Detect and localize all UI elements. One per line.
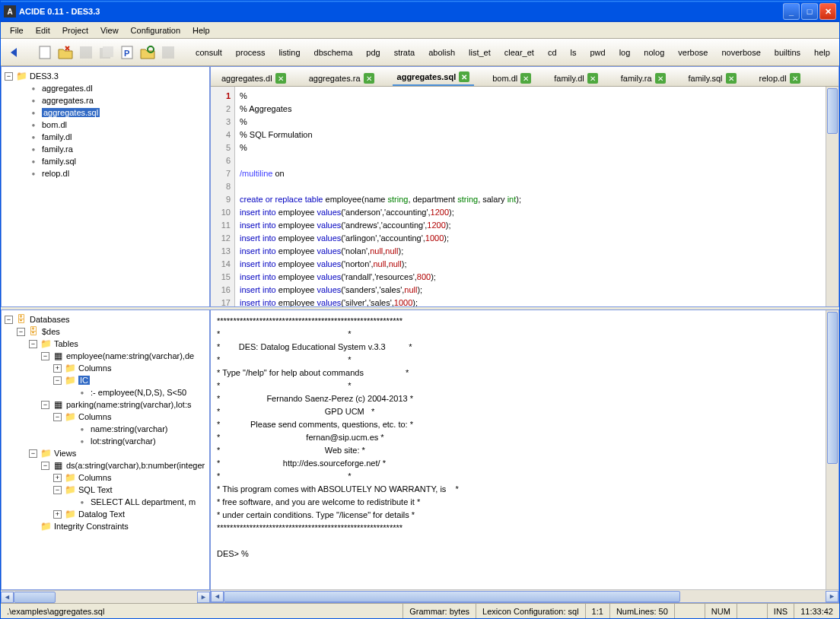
tb-cd[interactable]: cd — [543, 45, 562, 60]
project-file[interactable]: ●aggregates.dl — [3, 82, 208, 94]
scroll-left-icon[interactable]: ◄ — [211, 591, 224, 602]
tab-close-icon[interactable]: ✕ — [459, 71, 469, 82]
collapse-icon[interactable]: − — [29, 449, 37, 458]
tab-close-icon[interactable]: ✕ — [587, 73, 598, 84]
collapse-icon[interactable]: − — [53, 376, 62, 385]
refresh-button[interactable] — [139, 42, 156, 63]
tb-list-et[interactable]: list_et — [464, 45, 495, 60]
tb-nolog[interactable]: nolog — [639, 45, 669, 60]
expand-icon[interactable]: + — [53, 474, 62, 482]
tb-verbose[interactable]: verbose — [673, 45, 712, 60]
project-file[interactable]: ●family.ra — [3, 143, 208, 155]
back-button[interactable] — [5, 42, 22, 63]
db-table-employee[interactable]: −▦employee(name:string(varchar),de — [3, 350, 208, 362]
tb-help[interactable]: help — [810, 45, 835, 60]
console-output[interactable]: ****************************************… — [211, 310, 826, 589]
maximize-button[interactable]: □ — [801, 3, 818, 20]
menu-file[interactable]: File — [4, 24, 30, 37]
db-ic[interactable]: −📁IC — [3, 374, 208, 386]
db-tree-scrollbar-h[interactable]: ◄ ► — [1, 590, 210, 603]
tb-ls[interactable]: ls — [566, 45, 581, 60]
save-button[interactable] — [78, 42, 94, 63]
db-columns-employee[interactable]: +📁Columns — [3, 362, 208, 374]
tb-pwd[interactable]: pwd — [585, 45, 609, 60]
collapse-icon[interactable]: − — [29, 340, 37, 348]
console-scrollbar-v[interactable] — [826, 310, 838, 589]
open-file-button[interactable] — [57, 42, 74, 63]
db-view-columns[interactable]: +📁Columns — [3, 471, 208, 484]
menu-help[interactable]: Help — [186, 24, 216, 37]
db-des[interactable]: −🗄$des — [3, 325, 208, 338]
grey-button[interactable] — [161, 42, 176, 63]
editor-scrollbar-v[interactable] — [826, 87, 838, 306]
project-file[interactable]: ●aggregates.ra — [3, 94, 208, 106]
db-dltext[interactable]: +📁Datalog Text — [3, 508, 208, 520]
editor-tab[interactable]: relop.dl✕ — [755, 71, 805, 86]
db-tables[interactable]: −📁Tables — [3, 338, 208, 350]
scroll-right-icon[interactable]: ► — [197, 592, 210, 603]
tb-process[interactable]: process — [231, 45, 270, 60]
db-views[interactable]: −📁Views — [3, 447, 208, 459]
db-col-name[interactable]: ●name:string(varchar) — [3, 423, 208, 435]
db-columns-parking[interactable]: −📁Columns — [3, 411, 208, 423]
editor-tab[interactable]: aggregates.dl✕ — [217, 71, 291, 86]
db-table-parking[interactable]: −▦parking(name:string(varchar),lot:s — [3, 398, 208, 411]
project-file[interactable]: ●family.dl — [3, 131, 208, 143]
menu-edit[interactable]: Edit — [30, 24, 56, 37]
collapse-icon[interactable]: − — [41, 462, 49, 470]
editor-tab[interactable]: family.sql✕ — [684, 71, 741, 86]
editor-tab[interactable]: aggregates.ra✕ — [304, 71, 379, 86]
scroll-left-icon[interactable]: ◄ — [1, 592, 14, 603]
tab-close-icon[interactable]: ✕ — [275, 73, 286, 84]
menu-project[interactable]: Project — [56, 24, 94, 37]
menu-configuration[interactable]: Configuration — [125, 24, 186, 37]
db-root[interactable]: −🗄Databases — [3, 313, 208, 325]
editor-tab[interactable]: bom.dl✕ — [488, 71, 536, 86]
tb-abolish[interactable]: abolish — [424, 45, 460, 60]
project-file[interactable]: ●relop.dl — [3, 167, 208, 179]
console-scrollbar-h[interactable]: ◄ ► — [211, 589, 838, 602]
collapse-icon[interactable]: − — [53, 413, 62, 421]
tb-noverbose[interactable]: noverbose — [717, 45, 765, 60]
minimize-button[interactable]: _ — [783, 3, 800, 20]
save-all-button[interactable] — [98, 42, 115, 63]
collapse-icon[interactable]: − — [17, 328, 25, 336]
collapse-icon[interactable]: − — [5, 72, 13, 81]
db-sqltext[interactable]: −📁SQL Text — [3, 484, 208, 496]
editor-tab[interactable]: family.ra✕ — [616, 71, 670, 86]
tb-log[interactable]: log — [615, 45, 635, 60]
scroll-right-icon[interactable]: ► — [826, 591, 838, 602]
code-area[interactable]: %% Aggregates%% SQL Formulation% /multil… — [235, 87, 826, 306]
project-file[interactable]: ●family.sql — [3, 155, 208, 167]
tab-close-icon[interactable]: ✕ — [790, 73, 800, 84]
project-file[interactable]: ●bom.dl — [3, 119, 208, 131]
editor-tab[interactable]: family.dl✕ — [549, 71, 603, 86]
collapse-icon[interactable]: − — [53, 486, 62, 494]
tb-strata[interactable]: strata — [390, 45, 420, 60]
tab-close-icon[interactable]: ✕ — [364, 73, 374, 84]
editor-tab[interactable]: aggregates.sql✕ — [393, 69, 475, 86]
tb-pdg[interactable]: pdg — [361, 45, 384, 60]
tab-close-icon[interactable]: ✕ — [520, 73, 531, 84]
menu-view[interactable]: View — [94, 24, 125, 37]
db-col-lot[interactable]: ●lot:string(varchar) — [3, 435, 208, 447]
project-root[interactable]: − 📁 DES3.3 — [3, 70, 208, 82]
tab-close-icon[interactable]: ✕ — [655, 73, 666, 84]
new-file-button[interactable] — [37, 42, 52, 63]
db-view-ds[interactable]: −▦ds(a:string(varchar),b:number(integer — [3, 459, 208, 471]
tb-clear-et[interactable]: clear_et — [500, 45, 539, 60]
tb-listing[interactable]: listing — [274, 45, 304, 60]
collapse-icon[interactable]: − — [5, 316, 13, 324]
db-ic-rule[interactable]: ●:- employee(N,D,S), S<50 — [3, 386, 208, 398]
db-integrity[interactable]: 📁Integrity Constraints — [3, 520, 208, 532]
collapse-icon[interactable]: − — [41, 352, 49, 360]
p-button[interactable]: P — [119, 42, 135, 63]
db-sqltext-val[interactable]: ●SELECT ALL department, m — [3, 496, 208, 508]
project-file[interactable]: ●aggregates.sql — [3, 106, 208, 119]
tab-close-icon[interactable]: ✕ — [726, 73, 737, 84]
tb-builtins[interactable]: builtins — [770, 45, 805, 60]
close-button[interactable]: ✕ — [819, 3, 836, 20]
expand-icon[interactable]: + — [53, 364, 62, 373]
expand-icon[interactable]: + — [53, 510, 62, 519]
code-editor[interactable]: 1234567891011121314151617 %% Aggregates%… — [211, 87, 838, 306]
